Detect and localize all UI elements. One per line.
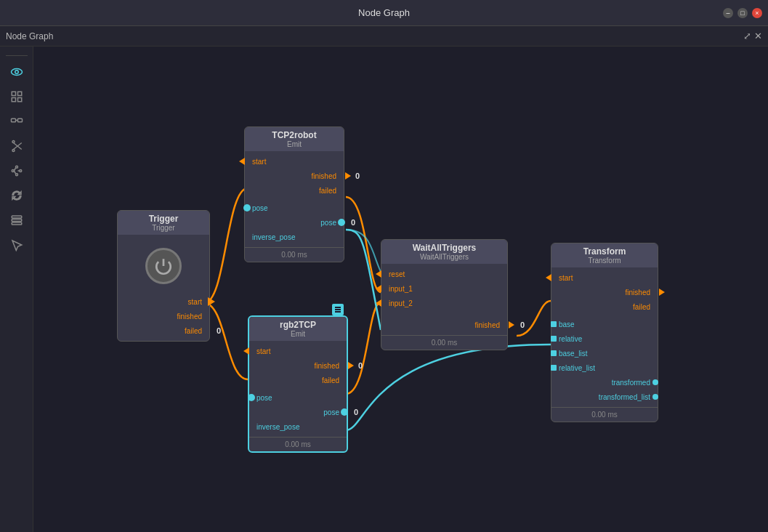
tcp2robot-failed-out: failed xyxy=(249,183,339,198)
tcp2robot-finished-label: finished xyxy=(309,172,339,180)
trigger-failed-port: failed 0 xyxy=(122,323,205,338)
window-title: Node Graph xyxy=(358,7,410,18)
rgb2tcp-subtitle: Emit xyxy=(255,330,341,338)
trigger-finished-label: finished xyxy=(174,313,205,321)
trigger-node-subtitle: Trigger xyxy=(124,224,203,232)
sub-header-title: Node Graph xyxy=(6,31,53,41)
trigger-failed-label: failed xyxy=(182,327,205,335)
tcp2robot-pose-out: pose 0 xyxy=(249,215,339,230)
transform-base-in: base xyxy=(556,317,653,331)
tcp2robot-start-label: start xyxy=(249,158,269,166)
transform-node: Transform Transform start finished faile… xyxy=(551,243,658,422)
svg-point-0 xyxy=(11,69,22,76)
transform-relativelist-in: relative_list xyxy=(556,360,653,375)
trigger-node: Trigger Trigger start xyxy=(117,210,210,342)
waitall-input1-label: input_1 xyxy=(386,285,416,293)
rgb2tcp-node: rgb2TCP Emit start finished 0 failed xyxy=(248,315,348,453)
waitall-subtitle: WaitAllTriggers xyxy=(387,253,501,261)
transform-baselist-label: base_list xyxy=(556,350,590,358)
rgb2tcp-finished-label: finished xyxy=(312,362,342,370)
expand-icon[interactable]: ⤢ xyxy=(743,31,751,41)
tcp2robot-footer: 0.00 ms xyxy=(245,247,344,262)
sub-header: Node Graph ⤢ ✕ xyxy=(0,26,768,47)
rgb2tcp-pose-in-label: pose xyxy=(254,394,275,402)
waitall-finished-label: finished xyxy=(472,321,503,329)
window-controls: – □ × xyxy=(723,8,762,18)
close-button[interactable]: × xyxy=(752,8,762,18)
transform-transformed-out: transformed xyxy=(556,375,653,390)
rgb2tcp-failed-label: failed xyxy=(319,376,342,384)
transform-transformedlist-out: transformed_list xyxy=(556,390,653,404)
svg-point-14 xyxy=(15,166,17,168)
trigger-power-button[interactable] xyxy=(145,248,182,284)
svg-rect-25 xyxy=(335,311,341,313)
close-panel-icon[interactable]: ✕ xyxy=(754,31,762,41)
maximize-button[interactable]: □ xyxy=(737,8,748,18)
rgb2tcp-pose-in: pose xyxy=(254,390,342,405)
transform-finished-label: finished xyxy=(623,289,653,297)
sidebar-refresh-icon[interactable] xyxy=(5,184,28,207)
tcp2robot-pose-in-label: pose xyxy=(249,204,271,212)
tcp2robot-node: TCP2robot Emit start finished 0 failed xyxy=(244,126,344,262)
waitall-footer: 0.00 ms xyxy=(381,335,507,350)
transform-title: Transform xyxy=(557,246,652,257)
svg-rect-3 xyxy=(17,92,21,95)
svg-point-16 xyxy=(19,170,21,172)
title-bar: Node Graph – □ × xyxy=(0,0,768,26)
svg-point-15 xyxy=(15,174,17,176)
tcp2robot-invpose-in: inverse_pose xyxy=(249,230,339,244)
tcp2robot-header: TCP2robot Emit xyxy=(245,127,344,151)
tcp2robot-finished-out: finished 0 xyxy=(249,169,339,183)
tcp2robot-pose-in: pose xyxy=(249,201,339,215)
svg-rect-24 xyxy=(335,309,341,310)
sidebar-cut-icon[interactable] xyxy=(5,134,28,158)
sidebar-layer-icon[interactable] xyxy=(5,209,28,232)
waitall-body: reset input_1 input_2 finished 0 xyxy=(381,264,507,335)
tcp2robot-failed-label: failed xyxy=(316,187,339,195)
rgb2tcp-pose-out-label: pose xyxy=(320,408,342,416)
trigger-node-header: Trigger Trigger xyxy=(118,211,209,235)
transform-start-label: start xyxy=(556,274,575,282)
transform-relative-in: relative xyxy=(556,331,653,346)
sidebar-node-icon[interactable] xyxy=(5,110,28,133)
waitall-node: WaitAllTriggers WaitAllTriggers reset in… xyxy=(381,239,508,350)
trigger-start-label: start xyxy=(185,298,205,306)
minimize-button[interactable]: – xyxy=(723,8,733,18)
transform-footer: 0.00 ms xyxy=(551,407,658,422)
svg-rect-7 xyxy=(17,118,22,122)
trigger-node-title: Trigger xyxy=(124,214,203,224)
waitall-reset-in: reset xyxy=(386,267,503,281)
sidebar-cursor-icon[interactable] xyxy=(5,233,28,257)
svg-point-13 xyxy=(12,170,14,172)
transform-transformedlist-label: transformed_list xyxy=(596,393,653,401)
transform-failed-out: failed xyxy=(556,299,653,314)
svg-line-17 xyxy=(14,168,15,171)
sidebar-eye-icon[interactable] xyxy=(5,60,28,84)
rgb2tcp-body: start finished 0 failed pose pose 0 xyxy=(249,341,347,437)
svg-point-10 xyxy=(12,141,15,143)
main-layout: Trigger Trigger start xyxy=(0,47,768,532)
rgb2tcp-start-label: start xyxy=(254,347,273,355)
waitall-title: WaitAllTriggers xyxy=(387,243,501,253)
svg-line-18 xyxy=(14,171,15,174)
sidebar xyxy=(0,47,33,532)
waitall-input2-label: input_2 xyxy=(386,299,416,307)
svg-rect-23 xyxy=(335,307,341,308)
tcp2robot-title: TCP2robot xyxy=(251,130,338,140)
transform-finished-out: finished xyxy=(556,285,653,299)
tcp2robot-body: start finished 0 failed pose xyxy=(245,151,344,247)
waitall-header: WaitAllTriggers WaitAllTriggers xyxy=(381,240,507,264)
transform-relative-label: relative xyxy=(556,335,585,343)
trigger-start-port: start xyxy=(122,294,205,309)
sidebar-tree-icon[interactable] xyxy=(5,159,28,182)
transform-header: Transform Transform xyxy=(551,243,658,267)
transform-relativelist-label: relative_list xyxy=(556,364,598,372)
svg-rect-21 xyxy=(12,219,22,222)
svg-point-1 xyxy=(15,70,18,74)
transform-subtitle: Transform xyxy=(557,257,652,265)
svg-rect-22 xyxy=(12,222,22,225)
sidebar-grid-icon[interactable] xyxy=(5,85,28,108)
rgb2tcp-pose-out: pose 0 xyxy=(254,405,342,419)
canvas-area[interactable]: Trigger Trigger start xyxy=(33,47,768,532)
waitall-input1-in: input_1 xyxy=(386,281,503,296)
